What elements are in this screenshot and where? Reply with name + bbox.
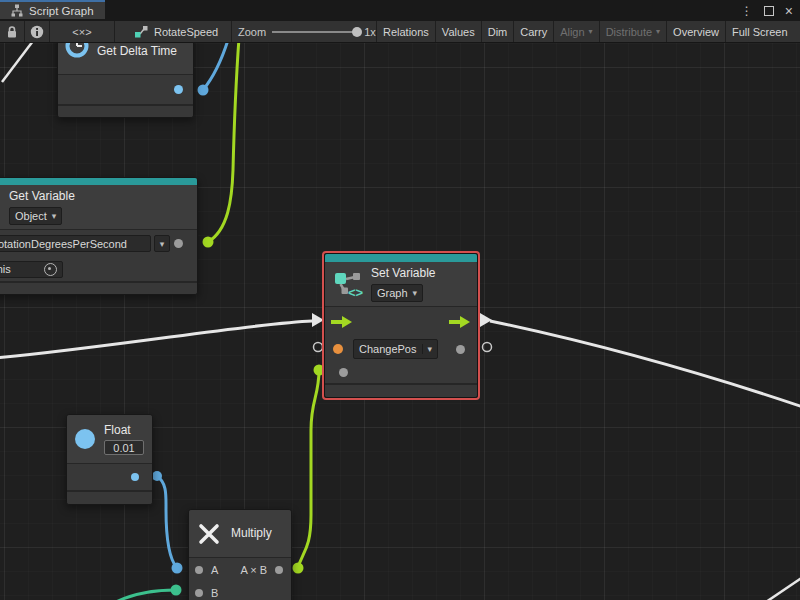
variable-select-dropdown[interactable]: ChangePos ▾ [353,339,438,359]
node-title: Get Variable [9,189,75,204]
lock-button[interactable] [0,21,25,42]
zoom-slider[interactable] [272,31,358,33]
chevron-down-icon: ▾ [656,27,660,36]
input-port-extra[interactable] [339,368,348,377]
chevron-down-icon: ▾ [589,27,593,36]
wire-end-dot[interactable] [293,563,304,574]
graph-hierarchy-icon [11,4,23,17]
node-footer [325,383,477,397]
tab-title: Script Graph [29,5,94,17]
toolbar-button-carry[interactable]: Carry [514,21,554,42]
zoom-value: 1x [364,26,376,38]
variable-target-field[interactable]: This [0,261,63,278]
flow-wire-out-of-set-variable [490,321,800,407]
maximize-button[interactable] [764,6,774,16]
flow-input-arrow[interactable] [331,315,353,329]
input-port-value[interactable] [333,344,343,354]
node-footer [67,490,152,504]
wire-end-dot[interactable] [203,237,214,248]
port-label-a: A [211,564,218,576]
unity-visual-scripting-window: Time Get Delta Time Get Variable Object … [0,0,800,600]
value-wire-into-multiply-b [116,590,176,600]
flow-wire-into-set-variable [0,321,312,358]
toolbar-button-dim[interactable]: Dim [482,21,515,42]
flow-output-arrow[interactable] [449,315,471,329]
value-wire-delta-time-up [203,40,228,90]
graph-canvas[interactable]: Time Get Delta Time Get Variable Object … [0,0,800,600]
toolbar-button-full-screen[interactable]: Full Screen [726,21,794,42]
selection-highlight: <> Set Variable Graph ▾ [322,251,480,400]
variable-node-accent [325,254,477,262]
unconnected-port-circle-right[interactable] [483,343,492,352]
svg-text:<>: <> [348,285,363,299]
float-value-input[interactable]: 0.01 [104,440,144,455]
lock-icon [6,25,18,39]
port-label-result: A × B [240,564,267,576]
variable-node-accent [0,178,197,185]
value-wire-float-to-multiply [157,476,177,568]
toolbar-button-distribute[interactable]: Distribute ▾ [600,21,667,42]
output-port-result[interactable] [275,566,283,574]
toolbar-button-values[interactable]: Values [436,21,482,42]
circle-icon [75,429,95,449]
window-tab-bar: Script Graph ⋮ × [0,0,800,21]
chevron-down-icon: ▾ [422,344,433,354]
node-multiply[interactable]: Multiply A A × B B [188,509,292,600]
node-title: Get Delta Time [97,44,177,59]
port-label-b: B [211,587,218,599]
input-port-a[interactable] [195,566,203,574]
zoom-control: Zoom 1x [232,21,377,42]
flow-wire-top-left [2,41,33,82]
variable-name-dropdown-button[interactable]: ▾ [154,235,170,252]
value-wire-multiply-to-set-variable [298,370,319,568]
zoom-slider-handle[interactable] [352,27,362,37]
graph-variable-icon: <> [333,269,363,299]
toolbar-button-align[interactable]: Align ▾ [554,21,599,42]
wire-end-dot[interactable] [172,563,183,574]
code-preview-toggle[interactable]: <×> [50,21,115,42]
variable-scope-dropdown[interactable]: Object ▾ [9,207,62,225]
output-port-value[interactable] [456,345,465,354]
input-port-b[interactable] [195,589,203,597]
value-wire-get-variable-up [208,38,239,242]
chevron-down-icon: ▾ [413,288,418,298]
target-dot-icon[interactable] [44,263,57,276]
wire-end-dot[interactable] [171,585,182,596]
graph-name: RotateSpeed [154,26,218,38]
zoom-label: Zoom [238,26,266,38]
variable-scope-dropdown[interactable]: Graph ▾ [371,284,423,302]
close-button[interactable]: × [785,4,793,18]
chevron-down-icon: ▾ [160,239,165,249]
node-float[interactable]: Float 0.01 [66,414,153,505]
output-port-float[interactable] [131,473,139,481]
output-port-variable-value[interactable] [174,239,183,248]
node-footer [0,281,197,294]
wire-end-dot[interactable] [198,85,209,96]
output-port-delta-time[interactable] [174,85,183,94]
variable-name-field[interactable]: RotationDegreesPerSecond [0,235,151,252]
flow-wire-bottom-right [766,577,800,600]
window-menu-button[interactable]: ⋮ [741,4,753,18]
info-button[interactable] [25,21,50,42]
node-set-variable[interactable]: <> Set Variable Graph ▾ [324,253,478,398]
multiply-x-icon [197,522,221,546]
graph-toolbar: <×> RotateSpeed Zoom 1x Relations Values… [0,21,800,43]
window-controls: ⋮ × [741,0,793,21]
node-title: Set Variable [371,266,435,281]
info-icon [30,25,44,39]
node-footer [58,104,193,117]
graph-breadcrumb[interactable]: RotateSpeed [115,21,232,42]
chevron-down-icon: ▾ [52,211,57,221]
tab-script-graph[interactable]: Script Graph [0,0,105,19]
toolbar-button-relations[interactable]: Relations [377,21,436,42]
wire-end-dot[interactable] [152,471,162,481]
node-title: Float [104,423,144,438]
flow-arrow-set-variable-output[interactable] [480,313,492,327]
node-title: Multiply [231,526,272,541]
toolbar-button-overview[interactable]: Overview [667,21,726,42]
node-get-variable[interactable]: Get Variable Object ▾ RotationDegreesPer… [0,177,198,295]
script-graph-asset-icon [134,25,148,38]
